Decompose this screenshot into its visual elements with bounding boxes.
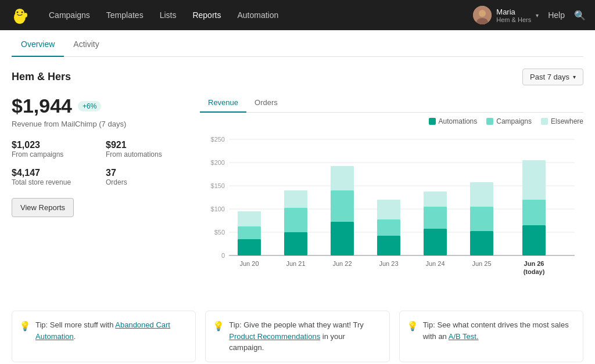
svg-text:$150: $150 — [211, 182, 225, 189]
legend-automations: Automations — [429, 117, 478, 125]
chart-area: $250 $200 $150 $100 $50 0 — [200, 130, 583, 294]
stat-label: From automations — [106, 150, 186, 158]
nav-lists[interactable]: Lists — [153, 7, 184, 23]
user-info: Maria Hem & Hers — [496, 8, 531, 23]
chevron-down-icon: ▾ — [573, 74, 576, 80]
topnav-right: Maria Hem & Hers ▾ Help 🔍 — [473, 6, 586, 24]
svg-rect-33 — [377, 219, 400, 236]
svg-rect-44 — [522, 225, 546, 255]
legend-campaigns-dot — [486, 118, 493, 125]
svg-text:Jun 21: Jun 21 — [286, 260, 305, 267]
svg-rect-40 — [470, 231, 493, 255]
avatar — [473, 6, 492, 24]
svg-rect-29 — [331, 190, 354, 222]
chevron-down-icon: ▾ — [536, 12, 539, 19]
svg-rect-30 — [331, 166, 354, 190]
svg-text:Jun 26: Jun 26 — [524, 260, 544, 267]
stat-value: $1,023 — [12, 140, 92, 150]
svg-rect-41 — [470, 207, 493, 231]
tip-card-2: 💡 Tip: Give the people what they want! T… — [205, 311, 389, 362]
revenue-amount: $1,944 — [12, 95, 72, 117]
content-header: Hem & Hers Past 7 days ▾ — [12, 69, 583, 85]
nav-campaigns[interactable]: Campaigns — [42, 7, 97, 23]
tip-link-2[interactable]: Product Recommendations — [229, 332, 320, 341]
svg-text:Jun 20: Jun 20 — [239, 260, 259, 267]
view-reports-button[interactable]: View Reports — [12, 198, 74, 217]
chart-tab-revenue[interactable]: Revenue — [200, 95, 246, 113]
stat-label: Total store revenue — [12, 178, 92, 186]
chart-tabs: Revenue Orders — [200, 95, 583, 113]
svg-text:$100: $100 — [211, 206, 225, 212]
legend-campaigns: Campaigns — [486, 117, 532, 125]
search-icon[interactable]: 🔍 — [574, 10, 586, 21]
chart-legend: Automations Campaigns Elsewhere — [200, 117, 583, 125]
tip-text-1: Tip: Sell more stuff with — [35, 320, 115, 329]
legend-elsewhere-label: Elsewhere — [551, 117, 583, 125]
svg-rect-42 — [470, 182, 493, 207]
stat-value: 37 — [106, 168, 186, 178]
svg-rect-37 — [424, 207, 447, 229]
help-link[interactable]: Help — [548, 10, 565, 20]
svg-point-3 — [21, 12, 23, 13]
user-org: Hem & Hers — [496, 16, 531, 23]
legend-campaigns-label: Campaigns — [496, 117, 532, 125]
tip-text-3: Tip: See what content drives the most sa… — [423, 320, 569, 341]
svg-text:(today): (today) — [524, 268, 545, 275]
svg-text:Jun 22: Jun 22 — [332, 260, 352, 267]
nav-automation[interactable]: Automation — [230, 7, 285, 23]
chart-tab-orders[interactable]: Orders — [246, 95, 286, 113]
svg-text:Jun 24: Jun 24 — [425, 260, 445, 267]
user-menu[interactable]: Maria Hem & Hers ▾ — [473, 6, 539, 24]
topnav-links: Campaigns Templates Lists Reports Automa… — [42, 7, 461, 23]
stat-grid: $1,023 From campaigns $921 From automati… — [12, 140, 186, 186]
svg-rect-22 — [238, 211, 261, 226]
svg-text:$200: $200 — [211, 159, 225, 166]
topnav: Campaigns Templates Lists Reports Automa… — [0, 0, 595, 30]
tip-card-3: 💡 Tip: See what content drives the most … — [399, 311, 583, 362]
svg-rect-38 — [424, 192, 447, 207]
revenue-label: Revenue from MailChimp (7 days) — [12, 120, 186, 128]
svg-rect-20 — [238, 239, 261, 255]
tab-activity[interactable]: Activity — [64, 30, 108, 57]
right-panel: Revenue Orders Automations Campaigns Els… — [200, 95, 583, 294]
tip-link-3[interactable]: A/B Test. — [449, 332, 479, 341]
svg-rect-32 — [377, 236, 400, 255]
legend-elsewhere: Elsewhere — [541, 117, 583, 125]
stat-automations: $921 From automations — [106, 140, 186, 158]
svg-text:$50: $50 — [214, 229, 225, 236]
date-range-button[interactable]: Past 7 days ▾ — [522, 69, 583, 85]
tip-icon-3: 💡 — [407, 319, 418, 333]
username: Maria — [496, 8, 531, 16]
revenue-section: $1,944 +6% Revenue from MailChimp (7 day… — [12, 95, 583, 294]
legend-automations-label: Automations — [439, 117, 478, 125]
legend-automations-dot — [429, 118, 436, 125]
mailchimp-logo[interactable] — [9, 5, 30, 26]
revenue-badge: +6% — [78, 101, 101, 111]
tab-overview[interactable]: Overview — [12, 30, 64, 57]
svg-rect-25 — [284, 208, 307, 232]
page-tabs: Overview Activity — [12, 30, 583, 57]
nav-reports[interactable]: Reports — [185, 7, 228, 23]
svg-rect-21 — [238, 226, 261, 239]
stat-orders: 37 Orders — [106, 168, 186, 186]
left-panel: $1,944 +6% Revenue from MailChimp (7 day… — [12, 95, 186, 294]
bar-chart: $250 $200 $150 $100 $50 0 — [200, 130, 583, 293]
tip-text-2: Tip: Give the people what they want! Try — [229, 320, 363, 329]
stat-value: $921 — [106, 140, 186, 150]
svg-point-2 — [17, 12, 19, 13]
svg-rect-46 — [522, 160, 546, 200]
tip-text-1-after: . — [74, 332, 76, 341]
svg-rect-24 — [284, 232, 307, 255]
store-name: Hem & Hers — [12, 71, 71, 83]
tips-section: 💡 Tip: Sell more stuff with Abandoned Ca… — [12, 311, 583, 362]
svg-text:0: 0 — [221, 252, 225, 259]
tip-icon-1: 💡 — [19, 319, 31, 333]
svg-point-4 — [24, 13, 27, 17]
nav-templates[interactable]: Templates — [99, 7, 150, 23]
stat-total-revenue: $4,147 Total store revenue — [12, 168, 92, 186]
svg-text:Jun 25: Jun 25 — [472, 260, 491, 267]
svg-rect-36 — [424, 229, 447, 255]
revenue-amount-row: $1,944 +6% — [12, 95, 186, 117]
tip-icon-2: 💡 — [213, 319, 224, 333]
main-content: Overview Activity Hem & Hers Past 7 days… — [0, 30, 595, 364]
